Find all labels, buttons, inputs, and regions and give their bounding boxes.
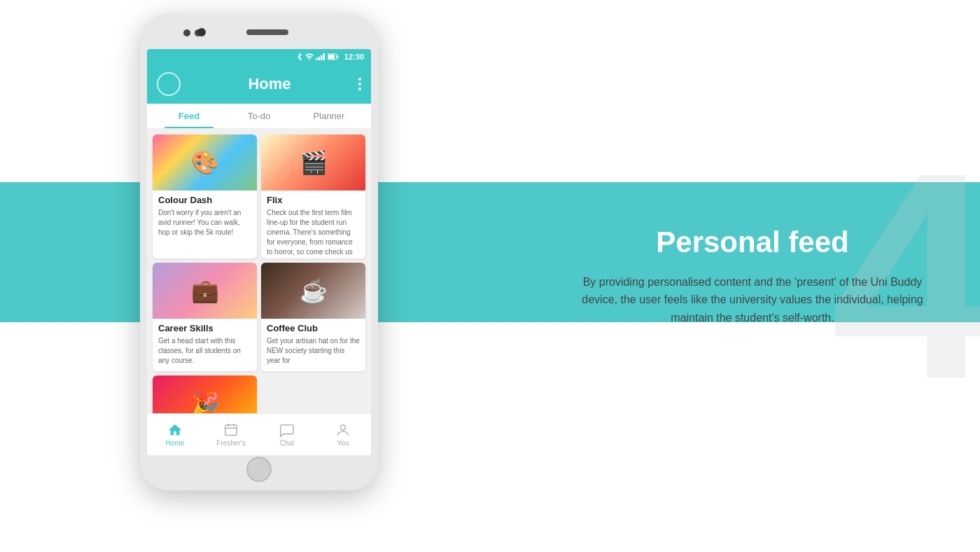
- phone-camera: [197, 28, 206, 36]
- svg-rect-0: [316, 58, 318, 60]
- tab-todo[interactable]: To-do: [224, 104, 294, 128]
- app-header: Home: [147, 64, 371, 104]
- svg-rect-1: [318, 57, 320, 60]
- colour-dash-title: Colour Dash: [158, 195, 251, 205]
- flix-text: Check out the first term film line-up fo…: [267, 208, 360, 258]
- header-avatar: [157, 72, 181, 96]
- coffee-body: Coffee Club Get your artisan hat on for …: [261, 319, 365, 371]
- right-panel: Personal feed By providing personalised …: [525, 0, 980, 552]
- flix-title: Flix: [267, 195, 360, 205]
- feed-card-flix[interactable]: Flix Check out the first term film line-…: [261, 134, 365, 258]
- status-bar: 12:30: [147, 49, 371, 64]
- career-title: Career Skills: [158, 323, 251, 333]
- phone-screen: 12:30 Home Feed To-do: [147, 49, 371, 455]
- feature-title: Personal feed: [581, 226, 924, 259]
- menu-dot-3: [358, 88, 361, 90]
- bluetooth-icon: [296, 53, 303, 61]
- status-time: 12:30: [344, 53, 364, 61]
- coffee-title: Coffee Club: [267, 323, 360, 333]
- colour-dash-text: Don't worry if you aren't an avid runner…: [158, 208, 251, 237]
- feed-card-colour-dash[interactable]: Colour Dash Don't worry if you aren't an…: [153, 134, 257, 258]
- menu-dot-2: [358, 83, 361, 85]
- svg-rect-7: [225, 425, 237, 436]
- chat-icon: [279, 422, 295, 438]
- nav-you-label: You: [337, 439, 349, 447]
- coffee-text: Get your artisan hat on for the NEW soci…: [267, 336, 360, 366]
- svg-rect-8: [227, 424, 229, 427]
- right-text-container: Personal feed By providing personalised …: [525, 226, 980, 327]
- nav-freshers[interactable]: Fresher's: [203, 422, 259, 447]
- nav-chat[interactable]: Chat: [259, 422, 315, 447]
- nav-you[interactable]: You: [315, 422, 371, 447]
- bottom-nav: Home Fresher's: [147, 413, 371, 455]
- calendar-icon: [223, 422, 239, 438]
- colour-dash-image: [153, 134, 257, 191]
- nav-chat-label: Chat: [279, 439, 294, 447]
- svg-rect-2: [321, 55, 323, 60]
- feed-card-coffee[interactable]: Coffee Club Get your artisan hat on for …: [261, 263, 365, 371]
- home-icon: [167, 422, 183, 438]
- svg-rect-5: [337, 56, 338, 58]
- phone-mockup: 12:30 Home Feed To-do: [140, 14, 378, 490]
- signal-icon: [316, 53, 326, 60]
- phone-home-button[interactable]: [246, 457, 272, 482]
- colour-dash-img-bg: [153, 134, 257, 191]
- coffee-image: [261, 263, 365, 319]
- feed-card-career[interactable]: Career Skills Get a head start with this…: [153, 263, 257, 371]
- tab-planner[interactable]: Planner: [294, 104, 364, 128]
- tab-bar: Feed To-do Planner: [147, 104, 371, 129]
- career-body: Career Skills Get a head start with this…: [153, 319, 257, 371]
- svg-rect-9: [233, 424, 234, 427]
- header-menu-button[interactable]: [358, 78, 361, 90]
- phone-dot-1: [183, 29, 190, 36]
- colour-dash-body: Colour Dash Don't worry if you aren't an…: [153, 191, 257, 243]
- phone-body: 12:30 Home Feed To-do: [140, 14, 378, 490]
- nav-home-label: Home: [166, 439, 185, 447]
- svg-rect-3: [323, 53, 325, 60]
- phone-speaker: [246, 29, 288, 35]
- career-text: Get a head start with this classes, for …: [158, 336, 251, 366]
- coffee-img-bg: [261, 263, 365, 319]
- app-title: Home: [248, 75, 290, 93]
- flix-image: [261, 134, 365, 191]
- flix-img-bg: [261, 134, 365, 191]
- nav-freshers-label: Fresher's: [216, 439, 245, 447]
- phone-bottom: [147, 455, 371, 483]
- tab-feed[interactable]: Feed: [154, 104, 224, 128]
- battery-icon: [328, 53, 339, 60]
- career-image: [153, 263, 257, 319]
- flix-body: Flix Check out the first term film line-…: [261, 191, 365, 258]
- svg-point-10: [340, 425, 345, 430]
- person-icon: [335, 422, 351, 438]
- feature-description: By providing personalised content and th…: [581, 273, 924, 327]
- career-img-bg: [153, 263, 257, 319]
- menu-dot-1: [358, 78, 361, 81]
- status-icons: [296, 53, 339, 61]
- wifi-icon: [305, 53, 314, 60]
- svg-rect-6: [328, 55, 335, 59]
- feed-content: Colour Dash Don't worry if you aren't an…: [147, 129, 371, 437]
- phone-top: [147, 21, 371, 49]
- nav-home[interactable]: Home: [147, 422, 203, 447]
